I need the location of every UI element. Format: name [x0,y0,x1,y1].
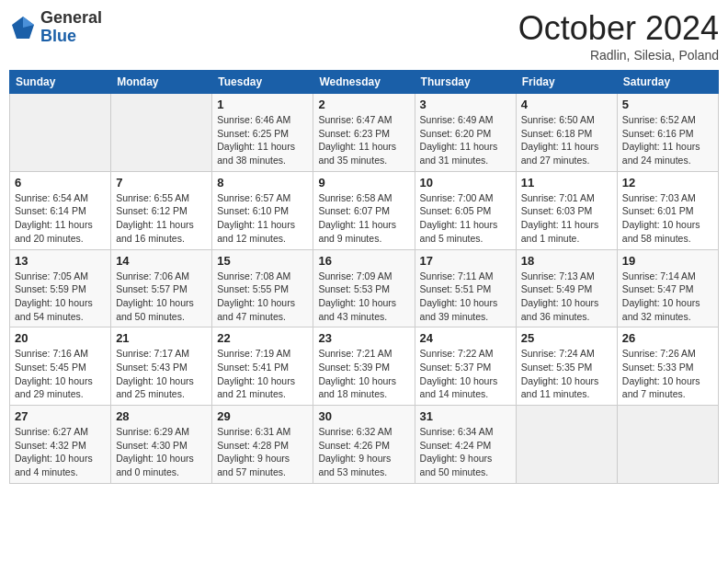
day-number: 17 [420,254,511,268]
calendar-cell: 21Sunrise: 7:17 AM Sunset: 5:43 PM Dayli… [111,327,212,406]
calendar-cell: 4Sunrise: 6:50 AM Sunset: 6:18 PM Daylig… [516,94,617,172]
logo-general: General [40,9,102,28]
calendar-cell: 8Sunrise: 6:57 AM Sunset: 6:10 PM Daylig… [212,171,313,249]
month-title: October 2024 [518,9,719,48]
calendar-week-row: 20Sunrise: 7:16 AM Sunset: 5:45 PM Dayli… [10,327,719,406]
calendar-cell: 31Sunrise: 6:34 AM Sunset: 4:24 PM Dayli… [415,406,516,484]
day-info: Sunrise: 7:26 AM Sunset: 5:33 PM Dayligh… [622,347,713,401]
calendar-cell: 27Sunrise: 6:27 AM Sunset: 4:32 PM Dayli… [10,406,111,484]
calendar-cell: 22Sunrise: 7:19 AM Sunset: 5:41 PM Dayli… [212,327,313,406]
calendar-cell: 2Sunrise: 6:47 AM Sunset: 6:23 PM Daylig… [313,94,415,172]
day-info: Sunrise: 6:46 AM Sunset: 6:25 PM Dayligh… [217,113,308,167]
day-info: Sunrise: 6:34 AM Sunset: 4:24 PM Dayligh… [420,425,511,479]
weekday-header-friday: Friday [516,71,617,94]
day-info: Sunrise: 7:08 AM Sunset: 5:55 PM Dayligh… [217,270,308,324]
weekday-header-row: SundayMondayTuesdayWednesdayThursdayFrid… [10,71,719,94]
day-info: Sunrise: 6:47 AM Sunset: 6:23 PM Dayligh… [318,113,409,167]
calendar-cell [111,94,212,172]
day-info: Sunrise: 7:13 AM Sunset: 5:49 PM Dayligh… [521,270,612,324]
day-info: Sunrise: 7:09 AM Sunset: 5:53 PM Dayligh… [318,270,409,324]
calendar-cell: 6Sunrise: 6:54 AM Sunset: 6:14 PM Daylig… [10,171,111,249]
day-info: Sunrise: 6:50 AM Sunset: 6:18 PM Dayligh… [521,113,612,167]
calendar-cell [516,406,617,484]
calendar-cell: 9Sunrise: 6:58 AM Sunset: 6:07 PM Daylig… [313,171,415,249]
day-number: 27 [15,409,106,423]
day-number: 25 [521,331,612,345]
day-info: Sunrise: 7:00 AM Sunset: 6:05 PM Dayligh… [420,191,511,246]
day-number: 26 [622,331,713,345]
day-info: Sunrise: 7:06 AM Sunset: 5:57 PM Dayligh… [116,270,207,324]
day-info: Sunrise: 7:11 AM Sunset: 5:51 PM Dayligh… [420,270,511,324]
calendar-cell [617,406,718,484]
weekday-header-wednesday: Wednesday [313,71,415,94]
calendar-cell: 19Sunrise: 7:14 AM Sunset: 5:47 PM Dayli… [617,249,718,327]
logo-text: General Blue [40,9,102,46]
day-number: 8 [217,176,308,190]
day-number: 29 [217,409,308,423]
day-number: 13 [15,254,106,268]
calendar-week-row: 6Sunrise: 6:54 AM Sunset: 6:14 PM Daylig… [10,171,719,249]
calendar-cell [10,94,111,172]
weekday-header-sunday: Sunday [10,71,111,94]
calendar-cell: 5Sunrise: 6:52 AM Sunset: 6:16 PM Daylig… [617,94,718,172]
weekday-header-thursday: Thursday [415,71,516,94]
day-number: 11 [521,176,612,190]
calendar-cell: 11Sunrise: 7:01 AM Sunset: 6:03 PM Dayli… [516,171,617,249]
day-info: Sunrise: 7:05 AM Sunset: 5:59 PM Dayligh… [15,270,106,324]
day-number: 18 [521,254,612,268]
day-number: 23 [318,331,409,345]
day-info: Sunrise: 6:32 AM Sunset: 4:26 PM Dayligh… [318,425,409,479]
day-number: 15 [217,254,308,268]
day-info: Sunrise: 6:55 AM Sunset: 6:12 PM Dayligh… [116,191,207,246]
day-number: 28 [116,409,207,423]
calendar-week-row: 1Sunrise: 6:46 AM Sunset: 6:25 PM Daylig… [10,94,719,172]
day-number: 1 [217,98,308,111]
day-info: Sunrise: 6:27 AM Sunset: 4:32 PM Dayligh… [15,425,106,479]
calendar-cell: 26Sunrise: 7:26 AM Sunset: 5:33 PM Dayli… [617,327,718,406]
calendar-cell: 16Sunrise: 7:09 AM Sunset: 5:53 PM Dayli… [313,249,415,327]
day-info: Sunrise: 6:58 AM Sunset: 6:07 PM Dayligh… [318,191,409,246]
day-number: 5 [622,98,713,111]
logo-blue: Blue [40,28,102,46]
calendar-cell: 15Sunrise: 7:08 AM Sunset: 5:55 PM Dayli… [212,249,313,327]
day-number: 16 [318,254,409,268]
day-number: 14 [116,254,207,268]
calendar-cell: 24Sunrise: 7:22 AM Sunset: 5:37 PM Dayli… [415,327,516,406]
weekday-header-saturday: Saturday [617,71,718,94]
calendar-cell: 7Sunrise: 6:55 AM Sunset: 6:12 PM Daylig… [111,171,212,249]
calendar-cell: 3Sunrise: 6:49 AM Sunset: 6:20 PM Daylig… [415,94,516,172]
calendar-week-row: 27Sunrise: 6:27 AM Sunset: 4:32 PM Dayli… [10,406,719,484]
day-number: 6 [15,176,106,190]
day-number: 9 [318,176,409,190]
calendar-cell: 1Sunrise: 6:46 AM Sunset: 6:25 PM Daylig… [212,94,313,172]
calendar-cell: 25Sunrise: 7:24 AM Sunset: 5:35 PM Dayli… [516,327,617,406]
day-info: Sunrise: 6:29 AM Sunset: 4:30 PM Dayligh… [116,425,207,479]
day-number: 20 [15,331,106,345]
calendar-cell: 23Sunrise: 7:21 AM Sunset: 5:39 PM Dayli… [313,327,415,406]
day-number: 7 [116,176,207,190]
day-info: Sunrise: 7:19 AM Sunset: 5:41 PM Dayligh… [217,347,308,401]
day-number: 31 [420,409,511,423]
day-info: Sunrise: 7:17 AM Sunset: 5:43 PM Dayligh… [116,347,207,401]
day-number: 10 [420,176,511,190]
calendar-cell: 30Sunrise: 6:32 AM Sunset: 4:26 PM Dayli… [313,406,415,484]
calendar-cell: 17Sunrise: 7:11 AM Sunset: 5:51 PM Dayli… [415,249,516,327]
day-info: Sunrise: 7:03 AM Sunset: 6:01 PM Dayligh… [622,191,713,246]
day-number: 4 [521,98,612,111]
calendar-cell: 10Sunrise: 7:00 AM Sunset: 6:05 PM Dayli… [415,171,516,249]
day-info: Sunrise: 6:52 AM Sunset: 6:16 PM Dayligh… [622,113,713,167]
day-number: 24 [420,331,511,345]
calendar-cell: 20Sunrise: 7:16 AM Sunset: 5:45 PM Dayli… [10,327,111,406]
logo-icon [9,14,37,41]
day-number: 2 [318,98,409,111]
calendar-table: SundayMondayTuesdayWednesdayThursdayFrid… [9,70,719,484]
day-info: Sunrise: 6:54 AM Sunset: 6:14 PM Dayligh… [15,191,106,246]
calendar-cell: 12Sunrise: 7:03 AM Sunset: 6:01 PM Dayli… [617,171,718,249]
day-info: Sunrise: 7:16 AM Sunset: 5:45 PM Dayligh… [15,347,106,401]
day-number: 30 [318,409,409,423]
day-info: Sunrise: 6:49 AM Sunset: 6:20 PM Dayligh… [420,113,511,167]
calendar-cell: 28Sunrise: 6:29 AM Sunset: 4:30 PM Dayli… [111,406,212,484]
weekday-header-tuesday: Tuesday [212,71,313,94]
calendar-cell: 14Sunrise: 7:06 AM Sunset: 5:57 PM Dayli… [111,249,212,327]
calendar-cell: 18Sunrise: 7:13 AM Sunset: 5:49 PM Dayli… [516,249,617,327]
